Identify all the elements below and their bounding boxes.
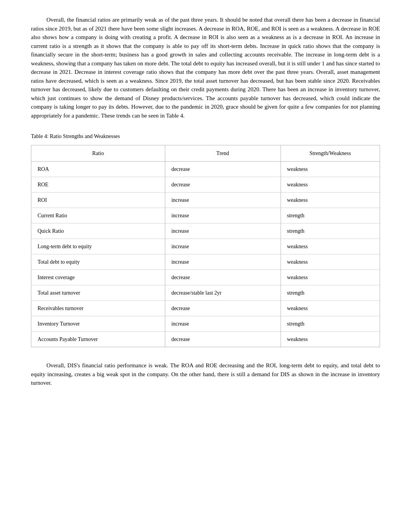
- cell-trend: increase: [165, 193, 281, 208]
- cell-sw: weakness: [281, 270, 380, 285]
- table-row: Interest coveragedecreaseweakness: [31, 270, 380, 285]
- cell-trend: decrease: [165, 270, 281, 285]
- cell-trend: decrease/stable last 2yr: [165, 285, 281, 301]
- cell-trend: increase: [165, 254, 281, 270]
- cell-sw: weakness: [281, 332, 380, 347]
- cell-ratio: ROI: [31, 193, 165, 208]
- table-row: Long-term debt to equityincreaseweakness: [31, 239, 380, 254]
- cell-trend: decrease: [165, 301, 281, 316]
- cell-trend: decrease: [165, 177, 281, 193]
- table-row: Total debt to equityincreaseweakness: [31, 254, 380, 270]
- cell-ratio: ROA: [31, 162, 165, 177]
- table-row: Total asset turnoverdecrease/stable last…: [31, 285, 380, 301]
- cell-ratio: ROE: [31, 177, 165, 193]
- cell-ratio: Total asset turnover: [31, 285, 165, 301]
- cell-trend: increase: [165, 316, 281, 332]
- intro-paragraph: Overall, the financial ratios are primar…: [31, 15, 380, 120]
- col-header-ratio: Ratio: [31, 145, 165, 162]
- ratio-table-wrapper: Ratio Trend Strength/Weakness ROAdecreas…: [31, 145, 380, 347]
- cell-ratio: Total debt to equity: [31, 254, 165, 270]
- col-header-trend: Trend: [165, 145, 281, 162]
- table-row: Quick Ratioincreasestrength: [31, 223, 380, 239]
- cell-sw: strength: [281, 223, 380, 239]
- cell-ratio: Receivables turnover: [31, 301, 165, 316]
- cell-sw: weakness: [281, 162, 380, 177]
- cell-trend: increase: [165, 223, 281, 239]
- table-header-row: Ratio Trend Strength/Weakness: [31, 145, 380, 162]
- cell-trend: decrease: [165, 162, 281, 177]
- cell-sw: strength: [281, 285, 380, 301]
- conclusion-paragraph: Overall, DIS's financial ratio performan…: [31, 361, 380, 387]
- table-row: ROAdecreaseweakness: [31, 162, 380, 177]
- ratio-table: Ratio Trend Strength/Weakness ROAdecreas…: [31, 145, 380, 347]
- cell-ratio: Interest coverage: [31, 270, 165, 285]
- cell-ratio: Current Ratio: [31, 208, 165, 223]
- table-row: Inventory Turnoverincreasestrength: [31, 316, 380, 332]
- table-row: Current Ratioincreasestrength: [31, 208, 380, 223]
- cell-sw: weakness: [281, 301, 380, 316]
- table-row: Accounts Payable Turnoverdecreaseweaknes…: [31, 332, 380, 347]
- cell-sw: weakness: [281, 177, 380, 193]
- cell-sw: strength: [281, 316, 380, 332]
- table-row: ROEdecreaseweakness: [31, 177, 380, 193]
- cell-sw: weakness: [281, 193, 380, 208]
- cell-ratio: Inventory Turnover: [31, 316, 165, 332]
- cell-sw: weakness: [281, 254, 380, 270]
- cell-ratio: Accounts Payable Turnover: [31, 332, 165, 347]
- table-caption: Table 4: Ratio Strengths and Weaknesses: [31, 132, 380, 140]
- table-row: ROIincreaseweakness: [31, 193, 380, 208]
- table-row: Receivables turnoverdecreaseweakness: [31, 301, 380, 316]
- cell-ratio: Long-term debt to equity: [31, 239, 165, 254]
- cell-trend: increase: [165, 208, 281, 223]
- cell-trend: increase: [165, 239, 281, 254]
- cell-ratio: Quick Ratio: [31, 223, 165, 239]
- cell-sw: strength: [281, 208, 380, 223]
- col-header-sw: Strength/Weakness: [281, 145, 380, 162]
- cell-sw: weakness: [281, 239, 380, 254]
- cell-trend: decrease: [165, 332, 281, 347]
